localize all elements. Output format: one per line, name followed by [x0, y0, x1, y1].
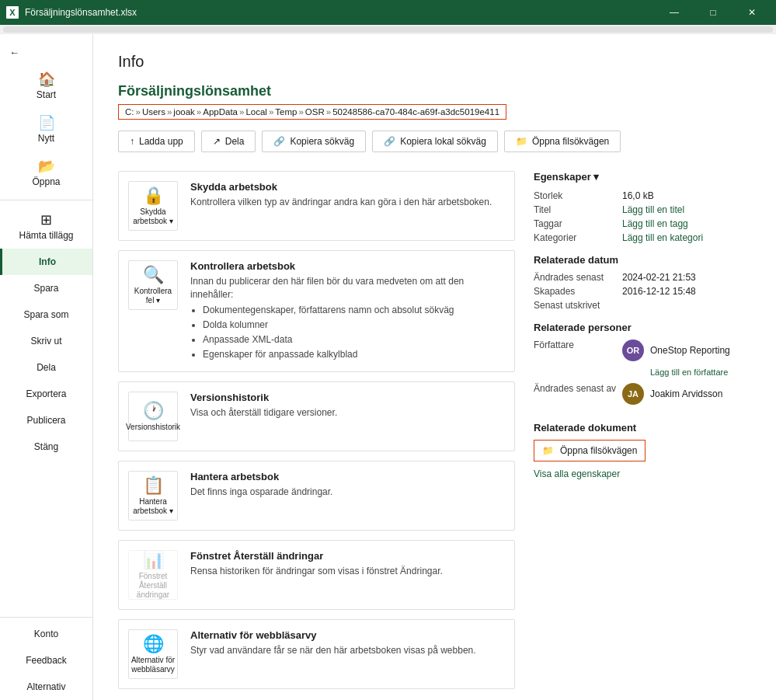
sidebar-item-feedback-label: Feedback	[26, 655, 67, 666]
last-changed-person: JA Joakim Arvidsson	[622, 383, 751, 405]
close-button[interactable]: ✕	[734, 0, 770, 25]
home-icon: 🏠	[38, 72, 55, 86]
prop-key-titel: Titel	[534, 204, 619, 215]
path-segment: 50248586-ca70-484c-a69f-a3dc5019e411	[332, 107, 499, 117]
sidebar-item-open[interactable]: 📂 Öppna	[0, 151, 92, 195]
sidebar: ← 🏠 Start 📄 Nytt 📂 Öppna ⊞ Hämta tillägg…	[0, 34, 93, 700]
new-icon: 📄	[38, 116, 55, 130]
main-content: Info Försäljningslönsamhet C: » Users » …	[93, 34, 776, 700]
properties-title: Egenskaper ▾	[534, 171, 751, 183]
skydda-card: 🔒 Skyddaarbetsbok ▾ Skydda arbetsbok Kon…	[118, 171, 515, 241]
sidebar-item-spara-som[interactable]: Spara som	[0, 301, 92, 328]
path-segment: C:	[125, 107, 134, 117]
maximize-button[interactable]: □	[695, 0, 731, 25]
sidebar-item-spara[interactable]: Spara	[0, 275, 92, 301]
author-name: OneStop Reporting	[650, 345, 730, 356]
skydda-icon-wrap[interactable]: 🔒 Skyddaarbetsbok ▾	[128, 181, 178, 231]
webblasar-card: 🌐 Alternativ förwebbläsarvy Alternativ f…	[118, 619, 515, 689]
hantera-desc: Det finns inga osparade ändringar.	[190, 486, 332, 499]
sidebar-item-konto-label: Konto	[34, 629, 58, 639]
webblasar-icon-wrap[interactable]: 🌐 Alternativ förwebbläsarvy	[128, 629, 178, 679]
prop-val-titel[interactable]: Lägg till en titel	[622, 204, 751, 215]
dela-button[interactable]: ↗ Dela	[201, 131, 256, 152]
sidebar-item-dela-label: Dela	[37, 362, 56, 373]
prop-row-kategorier: Kategorier Lägg till en kategori	[534, 232, 751, 243]
manage-icon: 📋	[143, 475, 164, 496]
scrollbar-top	[0, 25, 776, 34]
sidebar-item-skriv-ut[interactable]: Skriv ut	[0, 328, 92, 354]
sidebar-divider-1	[0, 200, 92, 200]
versionshistorik-title: Versionshistorik	[190, 392, 337, 403]
sidebar-item-alternativ[interactable]: Alternativ	[0, 674, 92, 700]
prop-key-storlek: Storlek	[534, 190, 619, 201]
prop-key-kategorier: Kategorier	[534, 232, 619, 243]
sidebar-item-feedback[interactable]: Feedback	[0, 647, 92, 674]
versionshistorik-card: 🕐 Versionshistorik Versionshistorik Visa…	[118, 381, 515, 451]
sidebar-item-publicera[interactable]: Publicera	[0, 407, 92, 434]
prop-val-taggar[interactable]: Lägg till en tagg	[622, 218, 751, 229]
sidebar-item-start[interactable]: 🏠 Start	[0, 64, 92, 108]
web-icon: 🌐	[143, 634, 164, 654]
sidebar-item-info[interactable]: Info	[0, 249, 92, 275]
scrollbar-track[interactable]	[3, 26, 773, 33]
sidebar-item-konto[interactable]: Konto	[0, 621, 92, 647]
list-item: Dolda kolumner	[203, 318, 505, 333]
related-persons-title: Relaterade personer	[534, 322, 751, 333]
sidebar-item-exportera-label: Exportera	[26, 388, 66, 399]
fonstret-icon-wrap: 📊 Fönstret Återställändringar	[128, 550, 178, 600]
sidebar-item-info-label: Info	[39, 256, 56, 267]
prop-key-senast-utskrivet: Senast utskrivet	[534, 300, 619, 311]
folder-icon: 📁	[516, 136, 527, 147]
webblasar-title: Alternativ för webbläsarvy	[190, 629, 476, 641]
prop-row-skapades: Skapades 2016-12-12 15:48	[534, 286, 751, 297]
prop-row-taggar: Taggar Lägg till en tagg	[534, 218, 751, 229]
kopiera-lokal-button[interactable]: 🔗 Kopiera lokal sökväg	[372, 131, 498, 152]
webblasar-desc: Styr vad användare får se när den här ar…	[190, 644, 476, 657]
open-folder-label: Öppna filsökvägen	[560, 445, 637, 456]
properties-panel: Egenskaper ▾ Storlek 16,0 kB Titel Lägg …	[534, 171, 751, 689]
related-dates-title: Relaterade datum	[534, 254, 751, 266]
sidebar-bottom: Konto Feedback Alternativ	[0, 617, 92, 700]
prop-val-storlek: 16,0 kB	[622, 190, 751, 201]
link-icon: 🔗	[273, 136, 285, 147]
folder2-icon: 📁	[542, 445, 554, 456]
skydda-desc: Kontrollera vilken typ av ändringar andr…	[190, 196, 492, 209]
sidebar-item-new[interactable]: 📄 Nytt	[0, 108, 92, 151]
prop-key-forfattare: Författare	[534, 340, 619, 377]
open-icon: 📂	[38, 159, 55, 173]
hantera-icon-wrap[interactable]: 📋 Hanteraarbetsbok ▾	[128, 471, 178, 521]
prop-val-kategorier[interactable]: Lägg till en kategori	[622, 232, 751, 243]
sidebar-item-skriv-ut-label: Skriv ut	[30, 336, 61, 347]
view-all-properties-link[interactable]: Visa alla egenskaper	[534, 468, 620, 479]
versionshistorik-icon-wrap[interactable]: 🕐 Versionshistorik	[128, 392, 178, 441]
path-segment: Users	[142, 107, 165, 117]
open-folder-box[interactable]: 📁 Öppna filsökvägen	[534, 440, 646, 461]
related-docs-title: Relaterade dokument	[534, 422, 751, 434]
prop-val-skapades: 2016-12-12 15:48	[622, 286, 751, 297]
file-title[interactable]: Försäljningslönsamhet	[118, 83, 751, 99]
sidebar-item-spara-som-label: Spara som	[23, 309, 68, 320]
history-icon: 🕐	[143, 401, 164, 421]
file-path: C: » Users » jooak » AppData » Local » T…	[118, 104, 506, 120]
kontrollera-desc: Innan du publicerar den här filen bör du…	[190, 275, 505, 301]
sidebar-item-stang[interactable]: Stäng	[0, 434, 92, 460]
hantera-card: 📋 Hanteraarbetsbok ▾ Hantera arbetsbok D…	[118, 461, 515, 531]
minimize-button[interactable]: —	[656, 0, 692, 25]
list-item: Dokumentegenskaper, författarens namn oc…	[203, 303, 505, 318]
avatar-or: OR	[622, 340, 644, 361]
info-grid: 🔒 Skyddaarbetsbok ▾ Skydda arbetsbok Kon…	[118, 171, 751, 689]
title-bar: X Försäljningslönsamhet.xlsx — □ ✕	[0, 0, 776, 25]
path-segment: OSR	[305, 107, 325, 117]
back-button[interactable]: ←	[0, 40, 92, 64]
prop-val-andrades: 2024-02-21 21:53	[622, 272, 751, 283]
kontrollera-icon-wrap[interactable]: 🔍 Kontrollerafel ▾	[128, 260, 178, 310]
sidebar-item-exportera[interactable]: Exportera	[0, 381, 92, 407]
ladda-upp-button[interactable]: ↑ Ladda upp	[118, 131, 195, 152]
oppna-filsokv-button[interactable]: 📁 Öppna filsökvägen	[504, 131, 621, 152]
list-item: Anpassade XML-data	[203, 333, 505, 347]
add-author-link[interactable]: Lägg till en författare	[650, 367, 751, 377]
sidebar-item-addins[interactable]: ⊞ Hämta tillägg	[0, 205, 92, 249]
sidebar-item-dela[interactable]: Dela	[0, 354, 92, 381]
kopiera-sokv-button[interactable]: 🔗 Kopiera sökväg	[262, 131, 366, 152]
app-icon: X	[6, 6, 19, 19]
